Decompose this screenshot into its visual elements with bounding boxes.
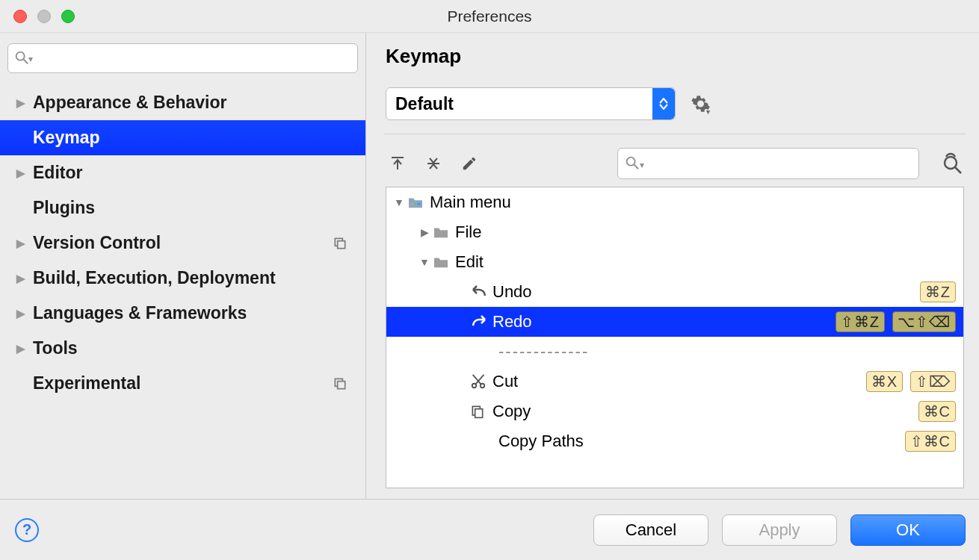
tree-action-copy-paths[interactable]: Copy Paths ⇧⌘C [386, 426, 963, 456]
shortcut-badge: ⇧⌘C [905, 431, 956, 452]
page-title: Keymap [386, 45, 964, 68]
cut-icon [470, 373, 490, 390]
tree-action-redo[interactable]: Redo ⇧⌘Z ⌥⇧⌫ [386, 307, 963, 337]
undo-icon [470, 285, 490, 299]
action-search[interactable]: ▾ [617, 148, 919, 179]
shortcut-badge: ⌘C [918, 401, 956, 422]
tree-separator: ------------- [386, 337, 963, 367]
shortcut-badge: ⇧⌦ [910, 371, 956, 392]
sidebar-item-editor[interactable]: ▶Editor [0, 155, 365, 190]
copy-icon [470, 404, 490, 419]
svg-line-12 [955, 167, 961, 173]
svg-rect-5 [338, 381, 345, 388]
divider [384, 134, 966, 134]
search-dropdown-icon[interactable]: ▾ [28, 54, 33, 64]
sidebar-search[interactable]: ▾ [7, 43, 358, 73]
help-button[interactable]: ? [15, 518, 39, 542]
settings-main-panel: Keymap Default ▾ [366, 33, 979, 499]
apply-button: Apply [722, 514, 837, 546]
tree-node-edit[interactable]: ▼ Edit [386, 247, 963, 277]
sidebar-item-keymap[interactable]: ▶Keymap [0, 120, 365, 155]
keymap-tree[interactable]: ▼ Main menu ▶ File ▼ [386, 187, 964, 488]
window-title: Preferences [0, 7, 979, 25]
svg-line-10 [634, 165, 639, 169]
svg-rect-15 [418, 203, 421, 205]
search-icon [13, 49, 30, 66]
shortcut-badge: ⇧⌘Z [836, 311, 885, 332]
tree-node-label: Main menu [427, 193, 956, 212]
sidebar-item-languages-frameworks[interactable]: ▶Languages & Frameworks [0, 296, 365, 331]
dialog-footer: ? Cancel Apply OK [0, 499, 979, 560]
find-by-shortcut-button[interactable] [942, 152, 964, 175]
svg-point-0 [16, 52, 25, 60]
project-settings-icon [333, 236, 348, 251]
tree-action-undo[interactable]: Undo ⌘Z [386, 277, 963, 307]
sidebar-item-appearance-behavior[interactable]: ▶Appearance & Behavior [0, 85, 365, 120]
svg-rect-14 [414, 203, 417, 205]
scheme-actions-button[interactable]: ▾ [691, 92, 714, 116]
tree-action-copy[interactable]: Copy ⌘C [386, 396, 963, 426]
svg-rect-3 [338, 240, 345, 248]
ok-button[interactable]: OK [850, 514, 966, 546]
sidebar-item-build-execution-deployment[interactable]: ▶Build, Execution, Deployment [0, 261, 365, 296]
sidebar-search-input[interactable] [7, 43, 358, 73]
edit-shortcut-button[interactable] [457, 152, 481, 175]
sidebar-item-version-control[interactable]: ▶Version Control [0, 225, 365, 261]
tree-node-main-menu[interactable]: ▼ Main menu [386, 187, 963, 217]
tree-node-label: Edit [452, 252, 956, 272]
sidebar-item-plugins[interactable]: ▶Plugins [0, 190, 365, 225]
shortcut-badge: ⌥⇧⌫ [892, 311, 956, 332]
collapse-all-button[interactable] [421, 152, 445, 175]
svg-point-11 [945, 157, 957, 169]
action-label: Cut [490, 372, 866, 391]
tree-node-file[interactable]: ▶ File [386, 217, 963, 247]
folder-icon [433, 255, 452, 269]
keymap-scheme-select[interactable]: Default [386, 87, 676, 120]
action-label: Copy [490, 402, 918, 421]
expand-all-button[interactable] [386, 152, 410, 175]
sidebar-item-experimental[interactable]: ▶Experimental [0, 366, 365, 401]
shortcut-badge: ⌘Z [920, 281, 956, 302]
action-label: Redo [490, 312, 836, 332]
cancel-button[interactable]: Cancel [593, 514, 708, 546]
svg-point-9 [627, 158, 635, 166]
titlebar: Preferences [0, 0, 979, 33]
redo-icon [470, 315, 490, 329]
settings-category-list: ▶Appearance & Behavior ▶Keymap ▶Editor ▶… [0, 81, 365, 499]
action-label: Copy Paths [495, 432, 905, 451]
separator-label: ------------- [495, 342, 956, 361]
svg-rect-21 [475, 409, 483, 418]
action-label: Undo [490, 282, 920, 302]
settings-sidebar: ▾ ▶Appearance & Behavior ▶Keymap ▶Editor… [0, 33, 366, 499]
folder-icon [407, 196, 427, 209]
scheme-selected-label: Default [395, 94, 454, 114]
shortcut-badge: ⌘X [866, 371, 903, 392]
svg-line-1 [24, 60, 28, 64]
project-settings-icon [333, 376, 348, 391]
search-icon [624, 155, 640, 171]
tree-action-cut[interactable]: Cut ⌘X ⇧⌦ [386, 367, 963, 396]
tree-node-label: File [452, 223, 956, 242]
svg-rect-13 [411, 203, 414, 205]
search-dropdown-icon[interactable]: ▾ [640, 160, 644, 170]
select-stepper-icon [652, 88, 675, 119]
sidebar-item-tools[interactable]: ▶Tools [0, 331, 365, 366]
folder-icon [433, 225, 452, 239]
